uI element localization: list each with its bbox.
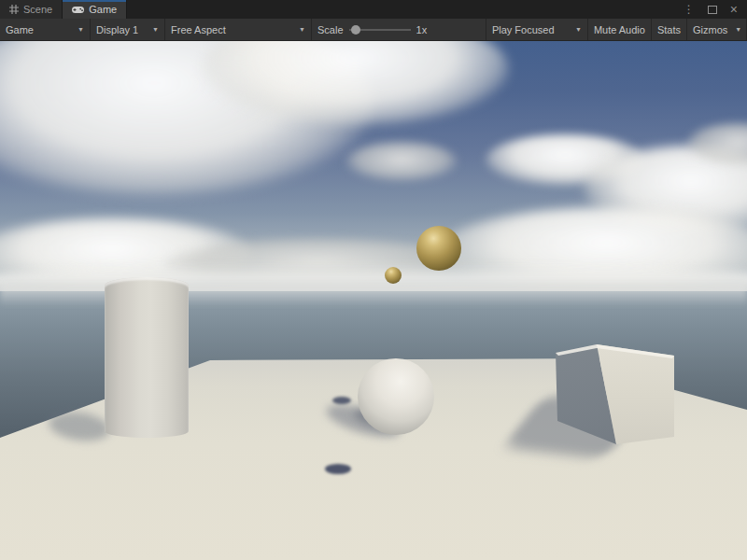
gold-sphere-small [385, 267, 402, 284]
tab-game[interactable]: Game [63, 0, 127, 19]
close-icon[interactable]: × [730, 3, 738, 16]
gizmos-dropdown[interactable]: Gizmos ▼ [687, 19, 747, 40]
tab-scene[interactable]: Scene [0, 0, 63, 19]
display-select-dropdown[interactable]: Display 1 ▼ [91, 19, 165, 40]
aspect-ratio-label: Free Aspect [171, 24, 226, 35]
game-viewport[interactable] [0, 41, 747, 560]
game-view-toolbar: Game ▼ Display 1 ▼ Free Aspect ▼ Scale 1… [0, 19, 747, 41]
mute-audio-label: Mute Audio [594, 24, 645, 35]
tab-scene-label: Scene [23, 4, 52, 15]
stats-button[interactable]: Stats [652, 19, 687, 40]
display-target-dropdown[interactable]: Game ▼ [0, 19, 91, 40]
tab-game-label: Game [89, 4, 117, 15]
scale-slider[interactable] [349, 29, 411, 31]
stats-label: Stats [657, 24, 681, 35]
scale-control: Scale 1x [312, 19, 432, 40]
gold-sphere-large [416, 226, 461, 271]
chevron-down-icon: ▼ [78, 26, 84, 33]
mute-audio-button[interactable]: Mute Audio [588, 19, 652, 40]
kebab-menu-icon[interactable]: ⋮ [684, 4, 695, 15]
toolbar-spacer [432, 19, 486, 40]
gold-sphere-shadow-small [332, 397, 351, 404]
scale-slider-knob[interactable] [351, 25, 360, 35]
play-focused-label: Play Focused [492, 24, 555, 35]
tabbar-spacer [127, 0, 684, 19]
white-cylinder [105, 277, 189, 438]
cloud [345, 142, 458, 181]
scale-value: 1x [416, 24, 428, 35]
gizmos-label: Gizmos [693, 24, 727, 35]
white-sphere [358, 358, 434, 435]
maximize-icon[interactable] [708, 6, 717, 14]
chevron-down-icon: ▼ [152, 26, 159, 33]
play-focused-dropdown[interactable]: Play Focused ▼ [486, 19, 588, 40]
display-select-label: Display 1 [96, 24, 138, 35]
grid-icon [9, 5, 19, 14]
chevron-down-icon: ▼ [299, 26, 305, 33]
chevron-down-icon: ▼ [735, 26, 741, 33]
gamepad-icon [72, 6, 84, 14]
window-controls: ⋮ × [684, 0, 747, 19]
aspect-ratio-dropdown[interactable]: Free Aspect ▼ [165, 19, 312, 40]
unity-game-window: Scene Game ⋮ × Game ▼ Disp [0, 0, 747, 560]
chevron-down-icon: ▼ [575, 26, 582, 33]
display-target-label: Game [6, 24, 34, 35]
tab-bar: Scene Game ⋮ × [0, 0, 747, 19]
gold-sphere-shadow-large [325, 464, 351, 474]
scale-label: Scale [317, 24, 344, 35]
